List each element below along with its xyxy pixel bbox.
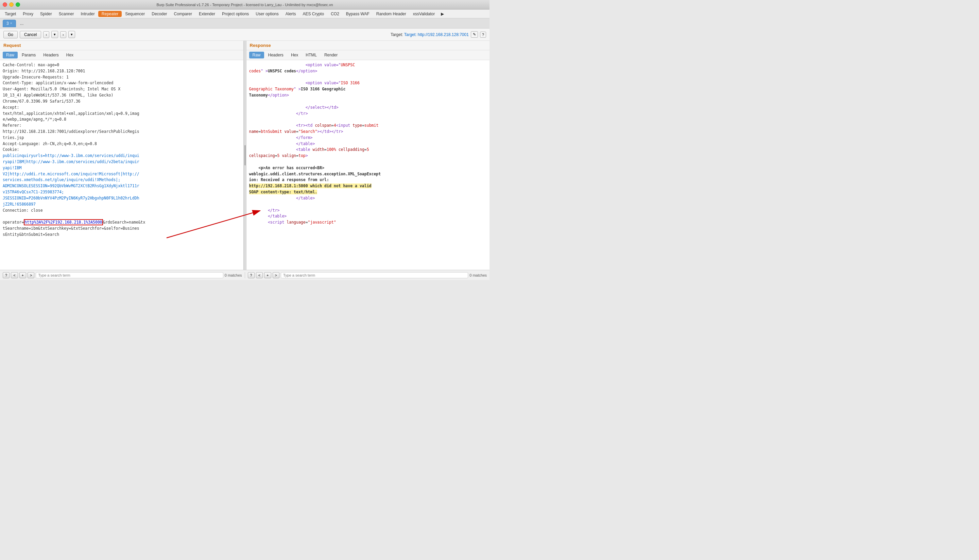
response-match-count: 0 matches [469,273,487,277]
toolbar: Go Cancel ‹ ▾ › ▾ Target: Target: http:/… [0,28,489,41]
response-search-area: ? < + > 0 matches [245,272,490,278]
response-tab-hex[interactable]: Hex [288,52,302,58]
response-tab-raw[interactable]: Raw [249,52,264,58]
target-url: Target: http://192.168.218.128:7001 [404,32,469,37]
menu-random-header[interactable]: Random Header [373,11,410,17]
response-search-next[interactable]: > [273,272,279,278]
menu-xss-validator[interactable]: xssValidator [410,11,438,17]
request-panel: Request Raw Params Headers Hex Cache-Con… [0,41,244,270]
request-search-next[interactable]: > [28,272,34,278]
response-panel: Response Raw Headers Hex HTML Render <op… [247,41,490,270]
nav-down-button[interactable]: ▾ [51,31,58,38]
menu-comparer[interactable]: Comparer [171,11,195,17]
menu-more-arrow[interactable]: ▶ [438,11,447,17]
panel-divider [244,41,247,270]
minimize-button[interactable] [9,2,13,7]
tab-label: 3 [7,21,9,26]
request-tab-params[interactable]: Params [18,52,39,58]
window-title: Burp Suite Professional v1.7.26 - Tempor… [156,3,333,7]
bottom-search-bar: ? < + > 0 matches ? < + > 0 matches [0,270,489,280]
request-tabs: Raw Params Headers Hex [0,50,243,60]
response-tab-html[interactable]: HTML [302,52,320,58]
request-search-question[interactable]: ? [3,272,10,278]
go-button[interactable]: Go [3,31,18,38]
nav-forward-button[interactable]: › [60,31,66,38]
menu-bypass-waf[interactable]: Bypass WAF [343,11,373,17]
request-search-input[interactable] [36,272,223,278]
response-search-input[interactable] [281,272,468,278]
response-content[interactable]: <option value="UNSPSC codes" >UNSPSC cod… [247,60,490,270]
cancel-button[interactable]: Cancel [20,31,41,38]
menu-decoder[interactable]: Decoder [148,11,170,17]
close-button[interactable] [3,2,7,7]
menu-repeater[interactable]: Repeater [98,11,122,17]
maximize-button[interactable] [16,2,20,7]
title-bar: Burp Suite Professional v1.7.26 - Tempor… [0,0,489,10]
repeater-tab-3[interactable]: 3 × [3,20,16,27]
request-tab-headers[interactable]: Headers [40,52,62,58]
repeater-tab-bar: 3 × ... [0,18,489,28]
target-info: Target: Target: http://192.168.218.128:7… [390,32,469,37]
response-tab-headers[interactable]: Headers [265,52,287,58]
target-label: Target: [390,32,404,37]
tab-close-icon[interactable]: × [10,22,12,25]
request-tab-hex[interactable]: Hex [63,52,77,58]
help-button[interactable]: ? [480,32,486,38]
response-search-question[interactable]: ? [248,272,255,278]
response-tabs: Raw Headers Hex HTML Render [247,50,490,60]
response-search-add[interactable]: + [264,272,271,278]
menu-sequencer[interactable]: Sequencer [122,11,148,17]
request-search-area: ? < + > 0 matches [0,272,245,278]
response-search-prev[interactable]: < [256,272,263,278]
menu-intruder[interactable]: Intruder [77,11,98,17]
menu-target[interactable]: Target [2,11,19,17]
request-match-count: 0 matches [225,273,242,277]
menu-scanner[interactable]: Scanner [55,11,77,17]
menu-project-options[interactable]: Project options [218,11,252,17]
traffic-lights [3,2,20,7]
menu-user-options[interactable]: User options [252,11,282,17]
nav-back-button[interactable]: ‹ [43,31,49,38]
request-content[interactable]: Cache-Control: max-age=0 Origin: http://… [0,60,243,270]
request-panel-header: Request [0,41,243,50]
nav-down2-button[interactable]: ▾ [68,31,75,38]
tab-more[interactable]: ... [17,20,27,27]
menu-extender[interactable]: Extender [195,11,218,17]
request-search-prev[interactable]: < [11,272,18,278]
response-tab-render[interactable]: Render [321,52,341,58]
menu-bar: Target Proxy Spider Scanner Intruder Rep… [0,10,489,18]
menu-proxy[interactable]: Proxy [19,11,37,17]
request-search-add[interactable]: + [19,272,26,278]
menu-co2[interactable]: CO2 [327,11,343,17]
menu-spider[interactable]: Spider [37,11,55,17]
menu-alerts[interactable]: Alerts [282,11,300,17]
edit-target-button[interactable]: ✎ [471,31,478,38]
menu-aes-crypto[interactable]: AES Crypto [299,11,327,17]
main-content: Request Raw Params Headers Hex Cache-Con… [0,41,489,270]
request-tab-raw[interactable]: Raw [3,52,18,58]
scroll-thumb[interactable] [244,145,246,165]
response-panel-header: Response [247,41,490,50]
